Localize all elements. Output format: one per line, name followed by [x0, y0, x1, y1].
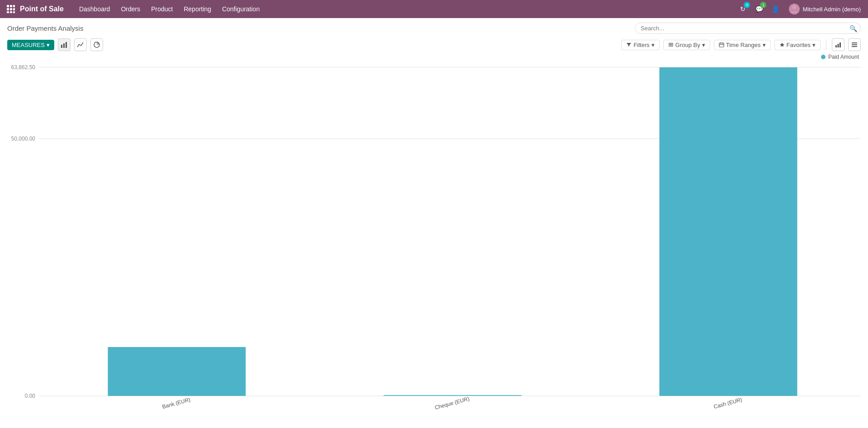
svg-marker-21 [780, 42, 784, 47]
main-nav: Dashboard Orders Product Reporting Confi… [75, 4, 736, 14]
pie-chart-button[interactable] [90, 38, 103, 51]
user-menu[interactable]: Mitchell Admin (demo) [785, 3, 864, 15]
legend-label: Paid Amount [828, 54, 859, 60]
svg-rect-6 [7, 11, 9, 13]
bar-chart-button[interactable] [58, 38, 71, 51]
svg-text:0.00: 0.00 [25, 393, 36, 399]
bar-chart-svg: 0.0050,000.0063,862.50Bank (EUR)Cheque (… [7, 54, 861, 419]
navbar: Point of Sale Dashboard Orders Product R… [0, 0, 868, 18]
svg-rect-26 [852, 44, 857, 45]
svg-rect-34 [108, 347, 246, 396]
nav-reporting[interactable]: Reporting [179, 4, 216, 14]
svg-text:63,862.50: 63,862.50 [11, 64, 36, 71]
svg-rect-22 [835, 45, 837, 47]
list-view-button[interactable] [848, 38, 861, 51]
svg-rect-23 [838, 44, 839, 47]
app-title: Point of Sale [20, 5, 64, 13]
settings-button[interactable]: 👤 [769, 3, 782, 15]
svg-text:Cash (EUR): Cash (EUR) [713, 396, 743, 410]
filters-button[interactable]: Filters ▾ [621, 40, 659, 50]
navbar-right: ↻ 9 💬 1 👤 Mitchell Admin (demo) [736, 3, 864, 15]
chart-legend: Paid Amount [821, 54, 859, 60]
svg-rect-14 [669, 43, 673, 44]
time-ranges-button[interactable]: Time Ranges ▾ [714, 40, 771, 50]
legend-color-dot [821, 55, 826, 59]
svg-rect-5 [13, 8, 15, 10]
page-title: Order Payments Analysis [7, 24, 83, 32]
user-avatar [789, 4, 800, 14]
svg-text:50,000.00: 50,000.00 [11, 136, 36, 142]
svg-rect-10 [61, 45, 62, 48]
svg-rect-17 [719, 43, 724, 47]
search-bar: 🔍 [635, 23, 861, 34]
nav-configuration[interactable]: Configuration [217, 4, 264, 14]
svg-text:Bank (EUR): Bank (EUR) [161, 396, 191, 410]
svg-rect-15 [669, 44, 673, 45]
refresh-button[interactable]: ↻ 9 [736, 3, 749, 15]
svg-rect-36 [384, 395, 522, 396]
svg-rect-11 [63, 43, 65, 48]
nav-orders[interactable]: Orders [116, 4, 145, 14]
svg-rect-24 [840, 42, 841, 47]
nav-dashboard[interactable]: Dashboard [75, 4, 115, 14]
svg-rect-2 [13, 5, 15, 7]
svg-rect-25 [852, 42, 857, 43]
apps-menu-button[interactable] [4, 2, 18, 16]
svg-rect-7 [10, 11, 12, 13]
line-chart-button[interactable] [74, 38, 87, 51]
chat-badge: 1 [760, 2, 766, 8]
svg-rect-4 [10, 8, 12, 10]
svg-rect-38 [660, 67, 797, 396]
svg-rect-8 [13, 11, 15, 13]
svg-rect-12 [66, 42, 67, 48]
svg-text:Cheque (EUR): Cheque (EUR) [434, 395, 470, 411]
chat-button[interactable]: 💬 1 [753, 3, 765, 15]
user-name: Mitchell Admin (demo) [802, 6, 861, 13]
favorites-button[interactable]: Favorites ▾ [774, 40, 821, 50]
svg-rect-1 [10, 5, 12, 7]
toolbar-row: MEASURES ▾ Filters ▾ Group By ▾ [0, 36, 868, 54]
search-button[interactable]: 🔍 [849, 25, 857, 32]
measures-button[interactable]: MEASURES ▾ [7, 40, 54, 50]
graph-view-button[interactable] [832, 38, 844, 51]
search-input[interactable] [635, 23, 861, 34]
refresh-badge: 9 [744, 2, 750, 8]
svg-rect-3 [7, 8, 9, 10]
group-by-button[interactable]: Group By ▾ [663, 40, 710, 50]
chart-area: Paid Amount 0.0050,000.0063,862.50Bank (… [0, 54, 868, 419]
svg-rect-16 [669, 46, 673, 47]
nav-product[interactable]: Product [146, 4, 177, 14]
svg-point-9 [792, 5, 797, 9]
svg-rect-27 [852, 46, 857, 47]
svg-rect-0 [7, 5, 9, 7]
